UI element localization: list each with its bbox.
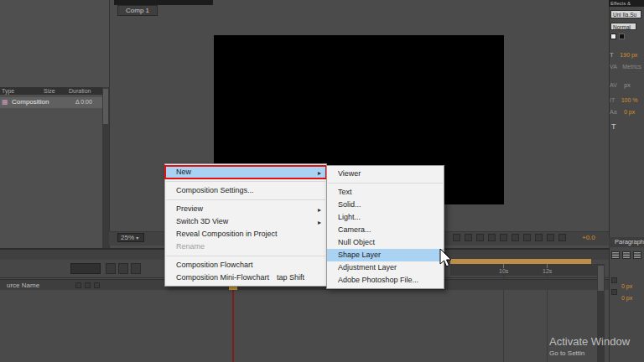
menu-item-label: Light... xyxy=(338,213,361,221)
align-left-button[interactable] xyxy=(611,251,620,259)
menu-item-label: Reveal Composition in Project xyxy=(176,230,278,238)
kerning-value[interactable]: Metrics xyxy=(622,64,641,70)
font-style-value: Normal xyxy=(613,24,631,30)
kerning-icon: VA xyxy=(610,64,617,70)
font-family-input[interactable]: Uni Ila.Su xyxy=(610,10,641,18)
menu-item-composition-settings[interactable]: Composition Settings... xyxy=(165,184,326,197)
menu-item-label: Adobe Photoshop File... xyxy=(338,276,418,284)
ruler-label-12s: 12s xyxy=(543,268,552,274)
column-duration[interactable]: Duration xyxy=(69,87,91,95)
watermark-line2: Go to Settin xyxy=(549,349,630,357)
project-row-composition[interactable]: ▦ Composition Δ 0:00 xyxy=(0,97,102,108)
mouse-cursor xyxy=(439,248,454,268)
baseline-shift-value[interactable]: 0 px xyxy=(624,109,635,115)
comp-toolbar-icon[interactable] xyxy=(523,234,531,241)
new-submenu: Viewer Text Solid... Light... Camera... … xyxy=(326,165,444,289)
menu-item-label: New xyxy=(176,168,191,176)
submenu-item-text[interactable]: Text xyxy=(327,186,444,199)
comp-toolbar-icon[interactable] xyxy=(488,234,496,241)
comp-overlay-value: +0.0 xyxy=(582,234,595,241)
type-tool-icon[interactable]: T xyxy=(611,122,616,131)
menu-shortcut: tap Shift xyxy=(277,272,304,284)
kerning-row: VA Metrics xyxy=(610,57,643,65)
timeline-feature-icon[interactable] xyxy=(94,282,100,288)
menu-item-composition-mini-flowchart[interactable]: Composition Mini-Flowchart tap Shift xyxy=(165,272,326,284)
watermark-line1: Activate Window xyxy=(549,335,630,348)
source-name-column[interactable]: urce Name xyxy=(7,282,39,289)
comp-toolbar-icon[interactable] xyxy=(453,234,460,241)
comp-toolbar-icon[interactable] xyxy=(535,234,543,241)
column-type[interactable]: Type xyxy=(2,87,14,95)
timeline-feature-icon[interactable] xyxy=(85,282,91,288)
comp-toolbar-icon[interactable] xyxy=(500,234,507,241)
align-center-button[interactable] xyxy=(622,251,631,259)
menu-item-label: Viewer xyxy=(338,169,361,178)
dropdown-arrow-icon: ▾ xyxy=(136,235,138,240)
submenu-arrow-icon: ▸ xyxy=(318,167,321,179)
comp-toolbar-icon[interactable] xyxy=(512,234,519,241)
timeline-toolbar-icon[interactable] xyxy=(106,263,116,274)
font-style-input[interactable]: Normal xyxy=(610,23,636,30)
effects-panel-header[interactable]: Effects & xyxy=(609,0,644,7)
zoom-dropdown[interactable]: 25% ▾ xyxy=(117,233,144,242)
menu-item-label: Shape Layer xyxy=(338,251,381,259)
indent-right-value[interactable]: 0 px xyxy=(621,295,632,301)
timecode-display[interactable] xyxy=(70,263,101,274)
comp-toolbar-icon[interactable] xyxy=(547,234,554,241)
submenu-item-null-object[interactable]: Null Object xyxy=(327,236,444,249)
column-size[interactable]: Size xyxy=(44,87,55,95)
fill-color-swatch[interactable] xyxy=(610,34,616,39)
submenu-item-adjustment-layer[interactable]: Adjustment Layer xyxy=(327,261,444,274)
submenu-item-viewer[interactable]: Viewer xyxy=(327,168,444,180)
tracking-value[interactable]: px xyxy=(624,82,630,88)
menu-item-reveal-composition[interactable]: Reveal Composition in Project xyxy=(165,228,326,240)
indent-right-icon xyxy=(611,289,617,295)
paragraph-panel-header[interactable]: Paragraph xyxy=(609,237,644,247)
font-family-value: Uni Ila.Su xyxy=(613,12,636,18)
menu-item-preview[interactable]: Preview ▸ xyxy=(165,203,326,215)
scrollbar-thumb[interactable] xyxy=(598,266,604,291)
cti-line[interactable] xyxy=(232,290,234,362)
timeline-toolbar-icon[interactable] xyxy=(118,263,128,274)
align-right-button[interactable] xyxy=(633,251,641,259)
menu-item-label: Composition Flowchart xyxy=(176,261,253,269)
ruler-label-10s: 10s xyxy=(499,268,508,274)
menu-item-composition-flowchart[interactable]: Composition Flowchart xyxy=(165,259,326,272)
baseline-shift-icon: Aa xyxy=(610,109,617,115)
tracking-row: AV px xyxy=(610,75,643,84)
submenu-item-light[interactable]: Light... xyxy=(327,211,444,224)
menu-item-label: Rename xyxy=(176,242,205,251)
menu-separator xyxy=(166,181,325,182)
menu-item-label: Preview xyxy=(176,204,203,213)
submenu-item-solid[interactable]: Solid... xyxy=(327,199,444,211)
menu-item-new[interactable]: New ▸ xyxy=(165,166,326,178)
composition-duration: Δ 0:00 xyxy=(75,99,92,105)
comp-toolbar-icon[interactable] xyxy=(476,234,484,241)
menu-item-switch-3d-view[interactable]: Switch 3D View ▸ xyxy=(165,215,326,228)
menu-item-label: Adjustment Layer xyxy=(338,263,397,272)
menu-item-label: Switch 3D View xyxy=(176,217,228,225)
comp-toolbar-icon[interactable] xyxy=(558,234,566,241)
effects-header-label: Effects & xyxy=(610,1,631,6)
scrollbar-thumb[interactable] xyxy=(103,89,108,124)
paragraph-title: Paragraph xyxy=(615,238,644,246)
horizontal-scale-row: IT 100 % xyxy=(610,90,643,99)
submenu-item-adobe-photoshop-file[interactable]: Adobe Photoshop File... xyxy=(327,274,444,287)
tracking-icon: AV xyxy=(610,82,617,88)
menu-separator xyxy=(328,183,443,184)
menu-item-rename: Rename xyxy=(165,240,326,253)
menu-item-label: Solid... xyxy=(338,200,361,209)
timeline-feature-icon[interactable] xyxy=(75,282,81,288)
time-ruler[interactable]: 10s 12s xyxy=(450,264,597,276)
comp-toolbar-icon[interactable] xyxy=(465,234,472,241)
stroke-color-swatch[interactable] xyxy=(619,34,625,39)
context-menu: New ▸ Composition Settings... Preview ▸ … xyxy=(164,163,327,287)
menu-item-label: Null Object xyxy=(338,238,375,246)
submenu-item-shape-layer[interactable]: Shape Layer xyxy=(327,249,444,261)
submenu-item-camera[interactable]: Camera... xyxy=(327,224,444,236)
menu-separator xyxy=(166,199,325,200)
submenu-arrow-icon: ▸ xyxy=(318,216,321,229)
project-scrollbar[interactable] xyxy=(102,87,109,248)
timeline-toolbar-icon[interactable] xyxy=(131,263,141,274)
comp-tab[interactable]: Comp 1 xyxy=(117,5,158,16)
